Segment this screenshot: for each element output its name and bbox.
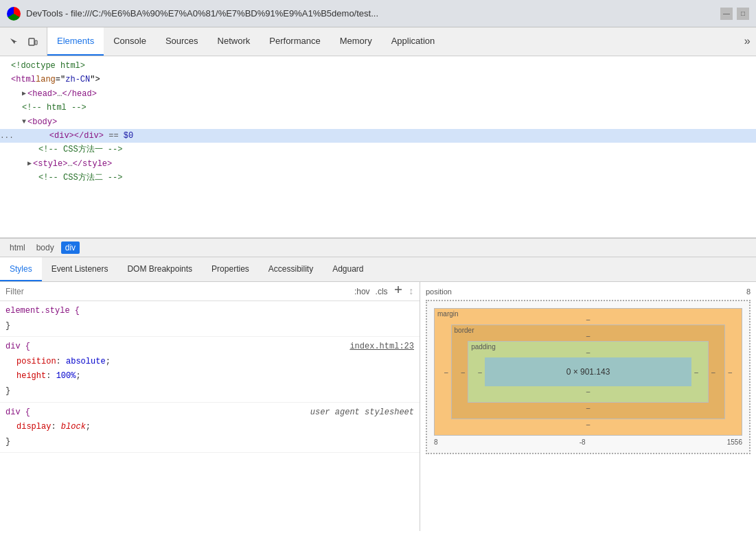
filter-add-button[interactable] [393,285,403,298]
box-padding-layer: padding – – 0 × 901.143 – [468,341,709,403]
css-selector-div2: div { [5,408,30,417]
css-value-height: 100% [56,371,76,381]
padding-side-row: – 0 × 901.143 – [475,357,701,386]
box-model-panel: position 8 margin – – border – [420,282,756,531]
css-prop-height: height [5,371,46,381]
dom-line-body[interactable]: ▼<body> [0,115,756,129]
padding-left: – [475,368,485,376]
margin-left: – [442,368,451,376]
devtools-icons [0,27,47,56]
pos-left: 8 [434,438,438,446]
tab-accessibility[interactable]: Accessibility [259,257,323,281]
title-bar: DevTools - file:///C:/%E6%BA%90%E7%A0%81… [0,0,756,27]
css-selector-div1: div { [5,342,30,351]
dom-line-comment-css2: <!-- CSS方法二 --> [0,171,756,185]
tab-adguard[interactable]: Adguard [323,257,373,281]
box-content: 0 × 901.143 [485,357,692,386]
breadcrumb-div[interactable]: div [61,241,80,254]
border-right: – [709,368,718,376]
main-content: :hov .cls ↕ element.style { } div { inde… [0,282,756,531]
pos-bottom: -8 [580,438,586,446]
border-top: – [459,332,718,340]
tab-console[interactable]: Console [104,27,156,56]
window-controls: — □ [720,8,749,20]
border-bottom: – [459,404,718,412]
box-margin-layer: margin – – border – – padding [434,308,742,436]
svg-rect-0 [29,38,34,45]
css-prop-position: position [5,357,56,366]
devtools-tab-bar: Elements Console Sources Network Perform… [0,27,756,56]
position-sides: 8 -8 1556 [434,438,742,446]
dom-line-style[interactable]: ▶<style>…</style> [0,157,756,171]
device-icon[interactable] [25,34,41,50]
expand-head-icon[interactable]: ▶ [22,88,26,99]
position-value: 8 [746,287,751,296]
chrome-icon [7,7,21,21]
filter-input[interactable] [5,287,349,296]
tab-memory[interactable]: Memory [330,27,382,56]
padding-bottom: – [475,388,701,395]
css-source-ua: user agent stylesheet [310,405,414,421]
tab-performance[interactable]: Performance [260,27,330,56]
border-label: border [455,327,474,334]
breadcrumb: html body div [0,238,756,257]
box-position-header: position 8 [426,287,751,296]
css-panel: :hov .cls ↕ element.style { } div { inde… [0,282,420,531]
css-selector-element-style: element.style { [5,306,80,316]
collapse-body-icon[interactable]: ▼ [22,116,26,128]
pos-right: 1556 [727,438,742,446]
lower-tab-bar: Styles Event Listeners DOM Breakpoints P… [0,257,756,282]
padding-top: – [475,349,701,356]
more-tabs-button[interactable]: » [738,27,756,56]
css-prop-display: display [5,422,51,432]
dom-line-comment-css1: <!-- CSS方法一 --> [0,143,756,156]
tab-properties[interactable]: Properties [202,257,259,281]
padding-right: – [691,368,701,376]
dom-line-comment-html: <!-- html --> [0,101,756,115]
tab-elements[interactable]: Elements [47,27,104,56]
filter-bar: :hov .cls ↕ [0,282,420,301]
css-value-display: block [61,422,86,432]
border-side-row: – padding – – 0 × 901.143 [459,341,718,403]
svg-rect-1 [35,40,37,45]
filter-hov-button[interactable]: :hov [354,287,370,296]
minimize-button[interactable]: — [720,8,733,20]
content-size: 0 × 901.143 [566,367,610,377]
css-rule-div-ua: div { user agent stylesheet display: blo… [0,403,420,453]
margin-top: – [442,316,735,323]
margin-right: – [725,368,735,376]
css-rule-div-index: div { index.html:23 position: absolute; … [0,337,420,402]
dom-line-div[interactable]: ... <div></div> == $0 [0,129,756,143]
padding-label: padding [471,343,496,351]
filter-expand-icon: ↕ [409,286,414,297]
css-rule-element-style: element.style { } [0,301,420,337]
margin-bottom: – [442,421,735,428]
maximize-button[interactable]: □ [737,8,749,20]
border-left: – [459,368,468,376]
filter-cls-button[interactable]: .cls [376,287,388,296]
dom-panel: <!doctype html> <html lang="zh-CN"> ▶<he… [0,56,756,238]
breadcrumb-html[interactable]: html [5,241,30,254]
tab-sources[interactable]: Sources [156,27,208,56]
margin-side-row: – border – – padding – [442,325,735,419]
tab-network[interactable]: Network [208,27,260,56]
cursor-icon[interactable] [5,34,22,50]
box-model: position 8 margin – – border – [426,287,751,454]
box-border-layer: border – – padding – – [451,325,726,419]
css-source-index[interactable]: index.html:23 [350,340,414,355]
css-value-position: absolute [66,357,106,366]
title-text: DevTools - file:///C:/%E6%BA%90%E7%A0%81… [26,8,715,19]
tab-application[interactable]: Application [382,27,445,56]
dom-line-html: <html lang="zh-CN"> [0,73,756,86]
dom-line-head[interactable]: ▶<head>…</head> [0,87,756,101]
dom-line-doctype: <!doctype html> [0,59,756,73]
tab-dom-breakpoints[interactable]: DOM Breakpoints [117,257,202,281]
tab-styles[interactable]: Styles [0,257,42,281]
margin-label: margin [437,310,459,318]
position-label: position [426,287,452,296]
tab-event-listeners[interactable]: Event Listeners [42,257,118,281]
box-position-layer: margin – – border – – padding [426,300,751,454]
expand-style-icon[interactable]: ▶ [27,158,32,169]
breadcrumb-body[interactable]: body [32,241,58,254]
